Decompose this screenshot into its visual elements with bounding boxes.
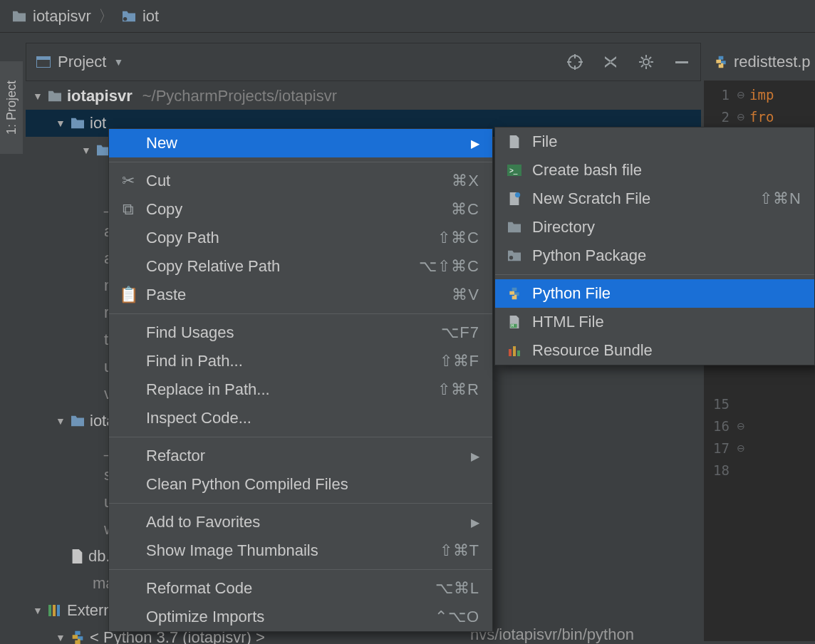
menu-label: Cut <box>146 172 452 190</box>
menu-label: Python File <box>532 284 801 303</box>
menu-shortcut: ⌥⇧⌘C <box>419 257 479 276</box>
target-icon[interactable] <box>566 53 583 71</box>
editor-tab[interactable]: redisttest.p <box>704 43 815 81</box>
svg-point-4 <box>643 59 649 65</box>
svg-text:H: H <box>511 323 514 328</box>
chevron-down-icon: ▼ <box>56 118 66 129</box>
menu-show-thumb[interactable]: Show Image Thumbnails ⇧⌘T <box>109 536 492 565</box>
submenu-package[interactable]: Python Package <box>495 242 814 270</box>
menu-separator <box>109 162 492 162</box>
tree-root-path: ~/PycharmProjects/iotapisvr <box>142 87 337 105</box>
menu-clean-pyc[interactable]: Clean Python Compiled Files <box>109 470 492 499</box>
menu-cut[interactable]: ✂ Cut ⌘X <box>109 167 492 195</box>
svg-point-0 <box>123 16 127 20</box>
submenu-bash[interactable]: >_ Create bash file <box>495 156 814 185</box>
context-menu: New ▶ ✂ Cut ⌘X ⧉ Copy ⌘C Copy Path ⇧⌘C C… <box>108 128 493 632</box>
menu-label: New Scratch File <box>532 189 759 208</box>
svg-rect-8 <box>57 605 60 616</box>
minimize-icon[interactable] <box>673 53 690 71</box>
menu-copy[interactable]: ⧉ Copy ⌘C <box>109 195 492 224</box>
folder-icon <box>47 90 63 103</box>
line-number: 17 <box>711 437 730 459</box>
menu-shortcut: ⇧⌘C <box>437 229 479 247</box>
submenu-bundle[interactable]: Resource Bundle <box>495 336 814 365</box>
menu-find-in-path[interactable]: Find in Path... ⇧⌘F <box>109 347 492 375</box>
menu-label: Python Package <box>532 246 801 265</box>
project-view-combo[interactable]: Project ▼ <box>36 53 123 71</box>
submenu-scratch[interactable]: New Scratch File ⇧⌘N <box>495 185 814 213</box>
editor-tab-name: redisttest.p <box>734 53 811 71</box>
chevron-down-icon: ▼ <box>113 56 123 68</box>
code-keyword: imp <box>749 87 774 103</box>
file-icon <box>70 549 84 564</box>
menu-paste[interactable]: 📋 Paste ⌘V <box>109 281 492 309</box>
bottom-path-text: nvs/iotapisvr/bin/python <box>470 625 634 644</box>
directory-icon <box>70 117 85 130</box>
svg-rect-2 <box>36 56 51 60</box>
menu-label: Clean Python Compiled Files <box>146 475 479 494</box>
menu-reformat[interactable]: Reformat Code ⌥⌘L <box>109 574 492 603</box>
submenu-html[interactable]: H HTML File <box>495 308 814 336</box>
folder-icon <box>11 10 27 23</box>
chevron-down-icon: ▼ <box>56 415 66 427</box>
html-icon: H <box>505 315 524 329</box>
menu-new[interactable]: New ▶ <box>109 129 492 157</box>
window-icon <box>36 56 51 68</box>
directory-icon <box>70 415 85 427</box>
menu-label: Replace in Path... <box>146 380 437 399</box>
menu-separator <box>109 437 492 437</box>
menu-label: Show Image Thumbnails <box>146 541 440 560</box>
menu-shortcut: ⌃⌥O <box>435 608 479 626</box>
svg-rect-16 <box>513 346 516 356</box>
svg-point-11 <box>515 192 520 197</box>
folder-icon <box>505 221 524 234</box>
breadcrumb-root[interactable]: iotapisvr <box>11 7 91 26</box>
menu-shortcut: ⇧⌘N <box>759 189 801 208</box>
breadcrumb-sub[interactable]: iot <box>121 7 159 26</box>
chevron-right-icon: 〉 <box>98 6 114 27</box>
chevron-down-icon: ▼ <box>33 90 43 102</box>
menu-separator <box>109 569 492 570</box>
chevron-down-icon: ▼ <box>33 605 43 616</box>
copy-icon: ⧉ <box>119 200 137 219</box>
bundle-icon <box>505 343 524 358</box>
directory-icon <box>121 10 137 23</box>
menu-shortcut: ⇧⌘R <box>437 380 479 399</box>
menu-inspect[interactable]: Inspect Code... <box>109 404 492 432</box>
menu-copy-path[interactable]: Copy Path ⇧⌘C <box>109 224 492 252</box>
menu-separator <box>495 274 814 275</box>
svg-rect-6 <box>48 605 51 616</box>
editor-code[interactable]: imp fro <box>745 81 815 128</box>
menu-label: Find Usages <box>146 323 441 342</box>
menu-copy-rel[interactable]: Copy Relative Path ⌥⇧⌘C <box>109 252 492 281</box>
chevron-right-icon: ▶ <box>471 137 479 150</box>
menu-refactor[interactable]: Refactor ▶ <box>109 442 492 470</box>
submenu-file[interactable]: File <box>495 128 814 156</box>
chevron-down-icon: ▼ <box>81 145 91 156</box>
gear-icon[interactable] <box>638 53 655 71</box>
tree-root[interactable]: ▼ iotapisvr ~/PycharmProjects/iotapisvr <box>26 83 701 110</box>
menu-shortcut: ⇧⌘T <box>440 541 479 560</box>
menu-shortcut: ⇧⌘F <box>440 352 479 370</box>
libraries-icon <box>47 603 63 618</box>
package-icon <box>505 249 524 262</box>
menu-add-fav[interactable]: Add to Favorites ▶ <box>109 508 492 536</box>
menu-replace-in-path[interactable]: Replace in Path... ⇧⌘R <box>109 375 492 404</box>
svg-rect-7 <box>53 605 56 616</box>
menu-label: Paste <box>146 286 452 304</box>
code-keyword: fro <box>749 109 774 125</box>
submenu-python-file[interactable]: Python File <box>495 279 814 308</box>
menu-optimize[interactable]: Optimize Imports ⌃⌥O <box>109 603 492 631</box>
submenu-directory[interactable]: Directory <box>495 213 814 242</box>
collapse-icon[interactable] <box>602 53 619 71</box>
side-tab-project[interactable]: 1: Project <box>0 61 23 154</box>
svg-point-12 <box>509 256 513 259</box>
breadcrumb-sub-label: iot <box>142 7 159 26</box>
svg-rect-15 <box>509 349 512 356</box>
menu-label: Directory <box>532 218 801 237</box>
menu-find-usages[interactable]: Find Usages ⌥F7 <box>109 318 492 347</box>
menu-label: Copy <box>146 200 451 219</box>
menu-shortcut: ⌘X <box>452 172 479 190</box>
tree-root-name: iotapisvr <box>67 87 133 105</box>
breadcrumb-root-label: iotapisvr <box>33 7 91 26</box>
